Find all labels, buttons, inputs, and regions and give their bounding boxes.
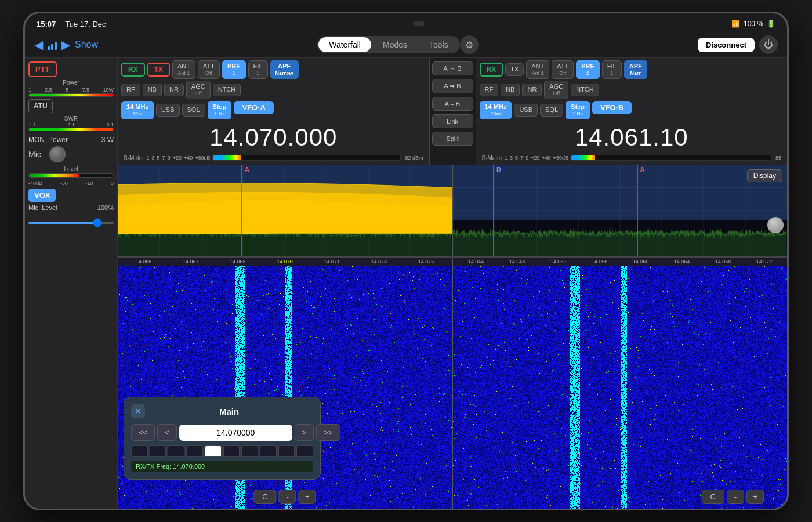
nav-right: Disconnect ⏻ <box>698 35 778 54</box>
a-minus-b-button[interactable]: A – B <box>432 97 473 111</box>
waterfall-panel-right[interactable]: C - + <box>453 266 787 509</box>
popup-seek-right2-button[interactable]: >> <box>316 424 340 441</box>
vfo-a-agc-button[interactable]: AGC Off <box>186 81 211 99</box>
vfo-b-pre-button[interactable]: PRE 2 <box>576 60 600 79</box>
waterfall-panel-left[interactable]: ✕ Main << < > >> <box>118 266 453 509</box>
link-button[interactable]: Link <box>432 114 473 128</box>
vfo-b-fil-button[interactable]: FIL 1 <box>602 60 622 79</box>
vfo-a-fil-button[interactable]: FIL 1 <box>248 60 268 79</box>
vfo-b-usb-button[interactable]: USB <box>514 104 538 116</box>
bottom-c-right[interactable]: C <box>702 490 724 504</box>
spectrum-panel-right[interactable]: B A Display <box>453 165 787 256</box>
spectrum-panel-left[interactable]: A <box>118 165 453 256</box>
display-button[interactable]: Display <box>747 169 782 182</box>
popup-seek-left2-button[interactable]: << <box>131 424 155 441</box>
mic-level-slider[interactable] <box>28 222 114 224</box>
vfo-b-sql-button[interactable]: SQL <box>540 104 563 116</box>
swr-1: 1:1 <box>28 122 36 128</box>
vfo-b-nb-button[interactable]: NB <box>501 84 520 96</box>
power-button[interactable]: ⏻ <box>759 35 778 54</box>
vfo-a-tx-button[interactable]: TX <box>147 63 170 77</box>
tab-waterfall[interactable]: Waterfall <box>318 37 371 52</box>
marker-b-label: B <box>496 166 501 173</box>
popup-close-button[interactable]: ✕ <box>131 404 145 418</box>
disconnect-button[interactable]: Disconnect <box>698 38 755 52</box>
ab-swap-button[interactable]: A ↔ B <box>432 61 473 75</box>
middle-panel: A ↔ B A ➡ B A – B Link Split <box>430 58 476 165</box>
vfo-a-usb-button[interactable]: USB <box>156 104 180 116</box>
vfo-a-panel: RX TX ANT Ant 1 ATT Off PRE <box>118 58 430 165</box>
vfo-a-rx-button[interactable]: RX <box>121 63 145 77</box>
vfo-a-ntch-button[interactable]: NTCH <box>213 84 241 96</box>
level-label: Level <box>28 166 114 172</box>
swr-row: SWR 1:1 2:1 3:1 <box>28 115 114 133</box>
smeter-b-dbm: -88 <box>774 155 781 161</box>
smeter-a-3: 3 <box>152 155 155 161</box>
vfo-a-att-button[interactable]: ATT Off <box>198 60 220 79</box>
freq-tick-2: 14.068 <box>230 259 246 264</box>
ptt-button[interactable]: PTT <box>28 61 57 77</box>
tab-tools[interactable]: Tools <box>419 37 459 52</box>
vfo-a-step-button[interactable]: Step 1 Hz <box>208 101 232 119</box>
vfo-b-nr-button[interactable]: NR <box>522 84 542 96</box>
status-date: Tue 17. Dec <box>65 20 106 28</box>
mic-knob[interactable] <box>49 146 66 162</box>
play-icon[interactable]: ▶ <box>61 38 70 52</box>
freq-tick-r0: 14.044 <box>468 259 484 264</box>
vfo-a-button[interactable]: VFO-A <box>234 101 273 114</box>
fil-value: 1 <box>256 70 259 77</box>
vfo-a-rf-button[interactable]: RF <box>121 84 140 96</box>
settings-gear-button[interactable]: ⚙ <box>460 35 478 54</box>
vfo-b-frequency[interactable]: 14.061.10 <box>480 121 784 154</box>
vfo-b-rx-button[interactable]: RX <box>480 63 503 77</box>
mic-level-row: Mic. Level 100% <box>28 204 114 211</box>
popup-nav: << < > >> <box>131 424 313 441</box>
popup-seek-left1-button[interactable]: < <box>157 424 177 441</box>
vfo-a-frequency[interactable]: 14.070.000 <box>121 121 426 154</box>
vfo-a-band-button[interactable]: 14 MHz 20m <box>121 101 154 119</box>
bottom-minus-right[interactable]: - <box>727 490 744 504</box>
tab-modes[interactable]: Modes <box>372 37 418 52</box>
vfo-b-tx-button[interactable]: TX <box>505 63 524 75</box>
atu-button[interactable]: ATU <box>28 99 53 113</box>
vfo-a-ant-button[interactable]: ANT Ant 1 <box>172 60 195 79</box>
vfo-b-att-button[interactable]: ATT Off <box>552 60 574 79</box>
vfo-b-ant-button[interactable]: ANT Ant 1 <box>526 60 549 79</box>
show-button[interactable]: Show <box>75 39 98 50</box>
freq-tick-r5: 14.064 <box>674 259 690 264</box>
display-knob[interactable] <box>767 217 784 233</box>
vfo-a-apf-button[interactable]: APF Narrow <box>270 60 299 79</box>
vfo-a-nr-button[interactable]: NR <box>164 84 184 96</box>
split-button[interactable]: Split <box>432 132 473 146</box>
nav-tabs: Waterfall Modes Tools ⚙ <box>317 35 478 54</box>
back-icon[interactable]: ◀ <box>34 38 43 52</box>
vfo-b-apf-button[interactable]: APF Narr <box>624 60 647 79</box>
bottom-minus-left[interactable]: - <box>279 490 296 504</box>
smeter-a-5: 5 <box>157 155 160 161</box>
battery-icon: 🔋 <box>767 20 775 28</box>
freq-axis-right: 14.044 14.048 14.052 14.056 14.060 14.06… <box>453 258 787 266</box>
bottom-controls-right: C - + <box>702 490 764 504</box>
swr-3: 3:1 <box>106 122 114 128</box>
bottom-plus-right[interactable]: + <box>746 490 764 504</box>
pre-value: 1 <box>233 70 235 77</box>
vfo-b-rf-button[interactable]: RF <box>480 84 499 96</box>
bottom-plus-left[interactable]: + <box>299 490 316 504</box>
vfo-a-sql-button[interactable]: SQL <box>182 104 205 116</box>
a-to-b-button[interactable]: A ➡ B <box>432 79 473 93</box>
vfo-b-step-button[interactable]: Step 1 Hz <box>566 101 590 119</box>
vfo-b-agc-button[interactable]: AGC Off <box>544 81 568 99</box>
radio-area: RX TX ANT Ant 1 ATT Off PRE <box>118 58 787 509</box>
marker-a-left <box>241 165 242 256</box>
waterfall-area[interactable]: A B A Display <box>118 165 787 509</box>
vfo-a-pre-button[interactable]: PRE 1 <box>222 60 246 79</box>
popup-seek-right1-button[interactable]: > <box>295 424 314 441</box>
vox-button[interactable]: VOX <box>28 188 56 202</box>
vfo-a-nb-button[interactable]: NB <box>143 84 162 96</box>
vfo-b-button[interactable]: VFO-B <box>592 101 632 114</box>
vfo-b-band-button[interactable]: 14 MHz 20m <box>480 101 512 119</box>
vfo-b-ntch-button[interactable]: NTCH <box>571 84 599 96</box>
popup-freq-input[interactable] <box>179 425 292 441</box>
bottom-c-left[interactable]: C <box>253 490 276 504</box>
smeter-a-p20: +20 <box>173 155 182 161</box>
